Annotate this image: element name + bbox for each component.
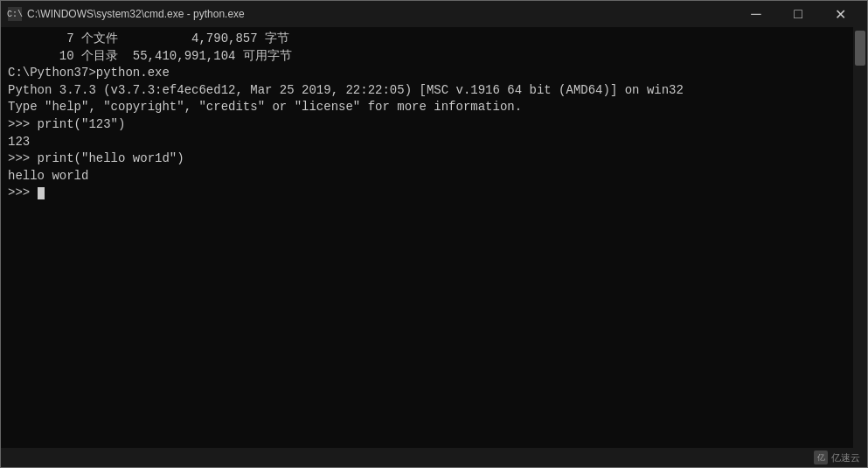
maximize-button[interactable]: □ bbox=[778, 1, 818, 27]
watermark-icon: 亿 bbox=[814, 451, 828, 465]
terminal-line: hello world bbox=[8, 168, 860, 185]
scrollbar-thumb[interactable] bbox=[855, 31, 865, 66]
close-button[interactable]: ✕ bbox=[820, 1, 860, 27]
terminal-prompt-line: >>> bbox=[8, 185, 860, 202]
bottom-bar: 亿 亿速云 bbox=[1, 448, 867, 467]
watermark: 亿 亿速云 bbox=[814, 451, 860, 465]
terminal-line: 10 个目录 55,410,991,104 可用字节 bbox=[8, 48, 860, 66]
minimize-button[interactable]: ─ bbox=[736, 1, 776, 27]
terminal-content: 7 个文件 4,790,857 字节 10 个目录 55,410,991,104… bbox=[8, 31, 860, 202]
window-controls: ─ □ ✕ bbox=[736, 1, 860, 27]
title-bar: C:\ C:\WINDOWS\system32\cmd.exe - python… bbox=[1, 1, 867, 27]
terminal-line: Python 3.7.3 (v3.7.3:ef4ec6ed12, Mar 25 … bbox=[8, 82, 860, 100]
terminal-line: 7 个文件 4,790,857 字节 bbox=[8, 31, 860, 48]
terminal-body[interactable]: 7 个文件 4,790,857 字节 10 个目录 55,410,991,104… bbox=[1, 27, 867, 448]
cmd-window: C:\ C:\WINDOWS\system32\cmd.exe - python… bbox=[0, 0, 868, 468]
scrollbar[interactable] bbox=[853, 27, 867, 448]
terminal-line: >>> print("hello wor1d") bbox=[8, 150, 860, 168]
window-title: C:\WINDOWS\system32\cmd.exe - python.exe bbox=[27, 8, 245, 20]
terminal-cursor bbox=[38, 187, 45, 199]
terminal-line: >>> print("123") bbox=[8, 116, 860, 134]
title-bar-left: C:\ C:\WINDOWS\system32\cmd.exe - python… bbox=[8, 7, 245, 21]
terminal-line: 123 bbox=[8, 134, 860, 151]
terminal-line: C:\Python37>python.exe bbox=[8, 65, 860, 82]
watermark-text: 亿速云 bbox=[831, 451, 860, 465]
terminal-line: Type "help", "copyright", "credits" or "… bbox=[8, 99, 860, 116]
cmd-icon: C:\ bbox=[8, 7, 22, 21]
